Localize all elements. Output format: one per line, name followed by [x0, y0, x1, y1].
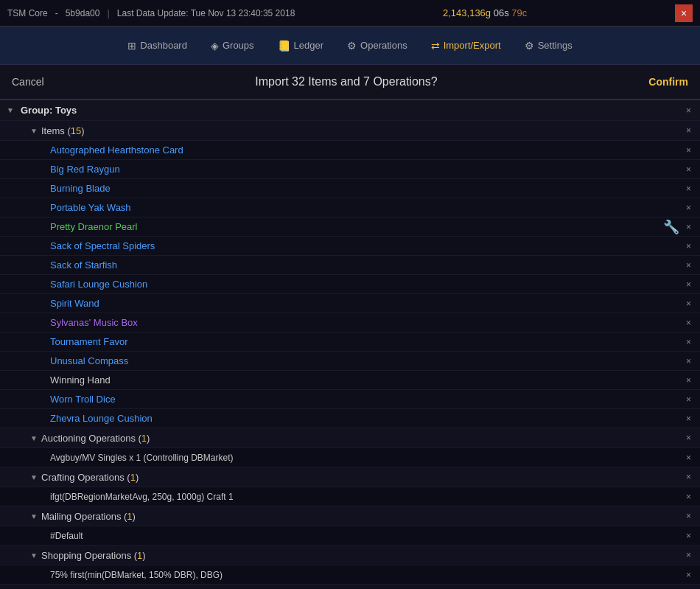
group-row[interactable]: ▼ Group: Toys × [0, 100, 700, 121]
confirm-button[interactable]: Confirm [648, 76, 688, 88]
operations-icon: ⚙ [347, 40, 357, 52]
item-label: Tournament Favor [50, 336, 680, 347]
item-remove-button[interactable]: × [680, 414, 697, 424]
item-label: Pretty Draenor Pearl [50, 221, 662, 232]
items-section-remove-button[interactable]: × [680, 125, 697, 136]
list-item[interactable]: Sack of Starfish × [0, 256, 700, 275]
item-remove-button[interactable]: × [680, 145, 697, 156]
item-label: Sylvanas' Music Box [50, 317, 680, 328]
item-remove-button[interactable]: × [680, 375, 697, 386]
nav-import-export-label: Import/Export [444, 40, 501, 51]
nav-dashboard[interactable]: ⊞ Dashboard [117, 35, 197, 56]
list-item[interactable]: Spirit Wand × [0, 294, 700, 313]
app-version-separator: - [55, 8, 58, 18]
list-item[interactable]: Big Red Raygun × [0, 160, 700, 179]
shopping-ops-section-row[interactable]: ▼ Shopping Operations (1) × [0, 546, 700, 565]
nav-import-export[interactable]: ⇄ Import/Export [421, 35, 511, 56]
list-item[interactable]: #Default × [0, 526, 700, 546]
crafting-ops-section-row[interactable]: ▼ Crafting Operations (1) × [0, 467, 700, 487]
list-item[interactable]: Burning Blade × [0, 179, 700, 198]
nav-groups-label: Groups [223, 40, 254, 51]
op-item-remove-button[interactable]: × [680, 453, 697, 463]
shopping-ops-remove-button[interactable]: × [680, 550, 697, 560]
app-version: 5b9da00 [66, 8, 100, 18]
nav-settings[interactable]: ⚙ Settings [514, 35, 583, 56]
list-item[interactable]: Unusual Compass × [0, 352, 700, 371]
silver-amount: 06 [494, 7, 504, 18]
app-name: TSM Core [7, 8, 48, 18]
item-remove-button[interactable]: × [680, 222, 697, 232]
item-label: Spirit Wand [50, 298, 680, 309]
cancel-button[interactable]: Cancel [12, 76, 44, 88]
list-item[interactable]: Sylvanas' Music Box × [0, 313, 700, 332]
item-label: Sack of Starfish [50, 259, 680, 271]
item-label: Portable Yak Wash [50, 202, 680, 213]
list-item[interactable]: Pretty Draenor Pearl 🔧 × [0, 217, 700, 237]
item-remove-button[interactable]: × [680, 356, 697, 366]
gold-amount: 2,143,136 [443, 7, 486, 18]
group-label: Group: Toys [21, 105, 680, 116]
op-item-remove-button[interactable]: × [680, 492, 697, 502]
item-remove-button[interactable]: × [680, 394, 697, 405]
nav-bar: ⊞ Dashboard ◈ Groups 📒 Ledger ⚙ Operatio… [0, 27, 700, 65]
item-label: Winning Hand [50, 374, 680, 386]
items-section-row[interactable]: ▼ Items (15) × [0, 121, 700, 141]
auctioning-ops-section-row[interactable]: ▼ Auctioning Operations (1) × [0, 428, 700, 448]
mailing-ops-expand-icon: ▼ [27, 512, 41, 520]
items-expand-icon: ▼ [27, 127, 41, 135]
mailing-ops-label: Mailing Operations (1) [41, 511, 680, 522]
item-remove-button[interactable]: × [680, 241, 697, 251]
crafting-ops-remove-button[interactable]: × [680, 472, 697, 482]
groups-icon: ◈ [211, 40, 219, 52]
items-count: 15 [71, 125, 81, 136]
gold-unit: g [486, 7, 491, 18]
silver-unit: s [504, 7, 509, 18]
nav-operations[interactable]: ⚙ Operations [337, 35, 418, 56]
list-item[interactable]: Winning Hand × [0, 371, 700, 390]
list-item[interactable]: ifgt(DBRegionMarketAvg, 250g, 1000g) Cra… [0, 487, 700, 506]
item-remove-button[interactable]: × [680, 164, 697, 175]
list-item[interactable]: Tournament Favor × [0, 332, 700, 352]
item-remove-button[interactable]: × [680, 299, 697, 309]
crafting-ops-label: Crafting Operations (1) [41, 472, 680, 483]
item-label: Worn Troll Dice [50, 394, 680, 405]
op-item-remove-button[interactable]: × [680, 531, 697, 541]
group-remove-button[interactable]: × [680, 105, 697, 116]
item-remove-button[interactable]: × [680, 260, 697, 271]
item-remove-button[interactable]: × [680, 203, 697, 213]
list-item[interactable]: Portable Yak Wash × [0, 198, 700, 217]
list-item[interactable]: Avgbuy/MV Singles x 1 (Controlling DBMar… [0, 448, 700, 467]
item-remove-button[interactable]: × [680, 318, 697, 328]
list-item[interactable]: Worn Troll Dice × [0, 390, 700, 409]
nav-operations-label: Operations [360, 40, 407, 51]
list-item[interactable]: Safari Lounge Cushion × [0, 275, 700, 294]
list-item[interactable]: 75% first(min(DBMarket, 150% DBR), DBG) … [0, 565, 700, 585]
list-item[interactable]: Zhevra Lounge Cushion × [0, 409, 700, 428]
group-expand-icon: ▼ [0, 106, 21, 114]
op-item-label: #Default [50, 531, 680, 541]
list-item[interactable]: Autographed Hearthstone Card × [0, 141, 700, 160]
mailing-ops-remove-button[interactable]: × [680, 511, 697, 521]
item-label: Autographed Hearthstone Card [50, 144, 680, 156]
items-section-label: Items (15) [41, 125, 680, 136]
nav-settings-label: Settings [538, 40, 573, 51]
item-remove-button[interactable]: × [680, 337, 697, 347]
nav-groups[interactable]: ◈ Groups [200, 35, 265, 56]
item-label: Big Red Raygun [50, 164, 680, 175]
mailing-ops-section-row[interactable]: ▼ Mailing Operations (1) × [0, 506, 700, 526]
list-item[interactable]: Sack of Spectral Spiders × [0, 237, 700, 256]
item-remove-button[interactable]: × [680, 279, 697, 290]
close-button[interactable]: × [675, 4, 693, 22]
auctioning-ops-remove-button[interactable]: × [680, 433, 697, 443]
main-content: ▼ Group: Toys × ▼ Items (15) × Autograph… [0, 100, 700, 589]
item-label: Burning Blade [50, 183, 680, 194]
item-label: Unusual Compass [50, 355, 680, 366]
item-remove-button[interactable]: × [680, 184, 697, 194]
nav-ledger[interactable]: 📒 Ledger [267, 35, 334, 56]
ledger-icon: 📒 [278, 40, 290, 52]
item-label: Safari Lounge Cushion [50, 279, 680, 290]
action-bar: Cancel Import 32 Items and 7 Operations?… [0, 65, 700, 100]
sniper-ops-section-row[interactable]: ▼ Sniper Operations (1) × [0, 585, 700, 589]
op-item-remove-button[interactable]: × [680, 570, 697, 580]
title-bar: TSM Core - 5b9da00 | Last Data Update: T… [0, 0, 700, 27]
